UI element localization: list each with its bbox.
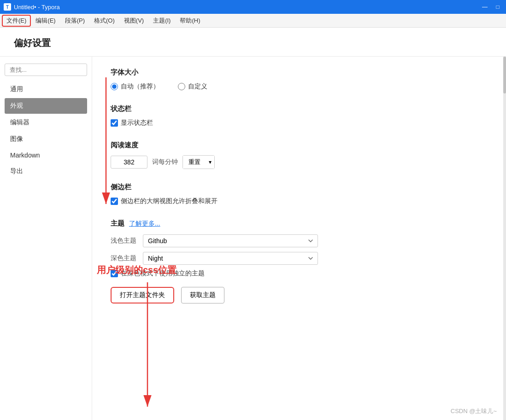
show-status-bar-checkbox[interactable] (111, 119, 118, 127)
show-status-bar-label[interactable]: 显示状态栏 (111, 119, 488, 127)
light-theme-select[interactable]: Github Default Newsprint Night Pixyll Wh… (143, 234, 318, 247)
scrollbar-track[interactable] (503, 57, 506, 420)
reset-btn-group: 重置 ▾ (182, 155, 215, 169)
font-size-custom-radio[interactable] (178, 83, 185, 90)
font-size-title: 字体大小 (111, 68, 488, 77)
font-size-auto-label[interactable]: 自动（推荐） (111, 82, 159, 91)
reading-speed-unit: 词每分钟 (152, 158, 178, 166)
menu-view[interactable]: 视图(V) (119, 15, 148, 27)
sidebar-outline-text: 侧边栏的大纲视图允许折叠和展开 (121, 197, 218, 205)
status-bar-title: 状态栏 (111, 105, 488, 113)
title-bar: T Untitled• - Typora — □ (0, 0, 506, 14)
sidebar-section-title: 侧边栏 (111, 183, 488, 192)
dark-theme-label: 深色主题 (111, 254, 138, 262)
get-theme-button[interactable]: 获取主题 (181, 287, 224, 303)
main-content: 字体大小 自动（推荐） 自定义 状态栏 显示状态栏 (92, 57, 506, 420)
search-input[interactable] (5, 64, 87, 76)
sidebar-item-general[interactable]: 通用 (5, 82, 87, 97)
light-theme-label: 浅色主题 (111, 237, 138, 245)
theme-header: 主题 了解更多... (111, 219, 488, 228)
font-size-custom-label[interactable]: 自定义 (178, 82, 207, 91)
sidebar-item-appearance[interactable]: 外观 (5, 98, 87, 114)
reading-speed-title: 阅读速度 (111, 141, 488, 150)
sidebar-item-export[interactable]: 导出 (5, 163, 87, 179)
theme-title: 主题 (111, 219, 124, 228)
independent-theme-text: 在深色模式下使用独立的主题 (121, 269, 205, 278)
light-theme-row: 浅色主题 Github Default Newsprint Night Pixy… (111, 234, 488, 247)
independent-theme-label[interactable]: 在深色模式下使用独立的主题 (111, 269, 488, 278)
theme-learn-more-link[interactable]: 了解更多... (129, 220, 160, 228)
font-size-auto-text: 自动（推荐） (121, 82, 159, 91)
sidebar-item-markdown[interactable]: Markdown (5, 148, 87, 163)
csdn-watermark: CSDN @土味儿~ (451, 407, 497, 415)
maximize-button[interactable]: □ (493, 2, 502, 12)
settings-title: 偏好设置 (0, 28, 506, 57)
theme-section: 主题 了解更多... 浅色主题 Github Default Newsprint… (111, 219, 488, 303)
sidebar-item-editor[interactable]: 编辑器 (5, 115, 87, 130)
menu-file[interactable]: 文件(E) (2, 15, 31, 27)
menu-edit[interactable]: 编辑(E) (31, 15, 60, 27)
menu-format[interactable]: 格式(O) (89, 15, 119, 27)
scrollbar-thumb[interactable] (503, 57, 506, 93)
font-size-custom-text: 自定义 (188, 82, 207, 91)
font-size-options: 自动（推荐） 自定义 (111, 82, 488, 91)
reading-speed-section: 阅读速度 词每分钟 重置 ▾ (111, 141, 488, 169)
reset-button[interactable]: 重置 (183, 156, 206, 169)
minimize-button[interactable]: — (480, 2, 489, 12)
reading-speed-row: 词每分钟 重置 ▾ (111, 155, 488, 169)
settings-sidebar: 通用 外观 编辑器 图像 Markdown 导出 (0, 57, 92, 420)
open-theme-folder-button[interactable]: 打开主题文件夹 (111, 287, 174, 303)
theme-buttons-row: 打开主题文件夹 获取主题 (111, 287, 488, 303)
reset-dropdown-button[interactable]: ▾ (206, 156, 214, 169)
menu-theme[interactable]: 主题(I) (148, 15, 175, 27)
window-controls: — □ (480, 2, 502, 12)
window-title: Untitled• - Typora (14, 4, 480, 11)
menu-help[interactable]: 帮助(H) (175, 15, 205, 27)
sidebar-section: 侧边栏 侧边栏的大纲视图允许折叠和展开 (111, 183, 488, 205)
show-status-bar-text: 显示状态栏 (121, 119, 153, 127)
app-body: 偏好设置 通用 外观 编辑器 图像 Markdown 导出 字体大小 自动（推荐… (0, 28, 506, 420)
menu-bar: 文件(E) 编辑(E) 段落(P) 格式(O) 视图(V) 主题(I) 帮助(H… (0, 14, 506, 28)
app-icon: T (4, 3, 11, 11)
reading-speed-input[interactable] (111, 156, 147, 169)
status-bar-section: 状态栏 显示状态栏 (111, 105, 488, 127)
settings-body: 通用 外观 编辑器 图像 Markdown 导出 字体大小 自动（推荐） 自定 (0, 57, 506, 420)
sidebar-item-images[interactable]: 图像 (5, 131, 87, 147)
dark-theme-row: 深色主题 Night Dark Vue (111, 252, 488, 265)
independent-theme-checkbox[interactable] (111, 270, 118, 277)
menu-paragraph[interactable]: 段落(P) (60, 15, 89, 27)
dark-theme-select[interactable]: Night Dark Vue (143, 252, 318, 265)
font-size-section: 字体大小 自动（推荐） 自定义 (111, 68, 488, 91)
font-size-auto-radio[interactable] (111, 83, 118, 90)
sidebar-outline-label[interactable]: 侧边栏的大纲视图允许折叠和展开 (111, 197, 488, 205)
sidebar-outline-checkbox[interactable] (111, 198, 118, 205)
